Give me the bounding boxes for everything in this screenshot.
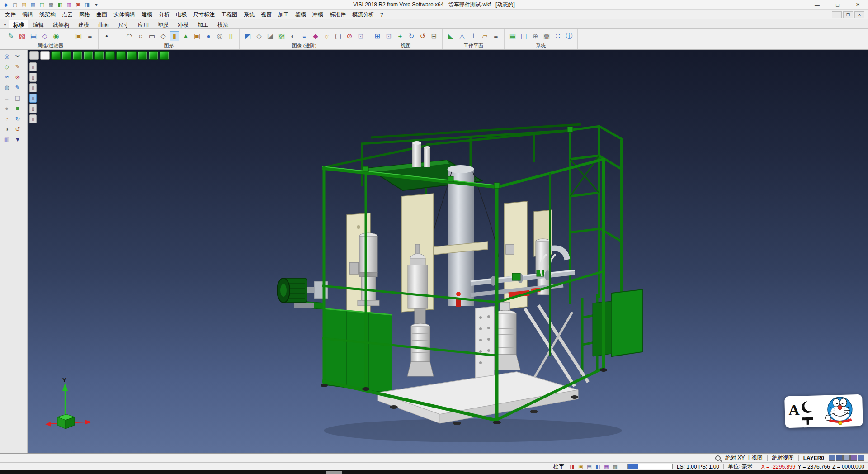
tab-dropdown-icon[interactable]: ▾ (1, 21, 9, 28)
menu-item[interactable]: 网格 (76, 10, 93, 19)
workplane-list-icon[interactable]: ≡ (491, 31, 501, 41)
units-readout[interactable]: 单位: 毫米 (728, 463, 753, 470)
display-mode-5-icon[interactable]: ▯ (29, 104, 37, 113)
menu-item[interactable]: ? (377, 11, 387, 19)
maximize-button[interactable]: □ (827, 0, 848, 9)
iso-grid-icon[interactable]: ▣ (577, 463, 585, 470)
light-icon[interactable]: ☼ (322, 31, 332, 41)
menu-item[interactable]: 文件 (2, 10, 19, 19)
hidden-line-icon[interactable]: ◪ (265, 31, 275, 41)
tab-mould[interactable]: 塑膜 (153, 20, 173, 28)
tube-icon[interactable]: ▯ (226, 31, 236, 41)
menu-item[interactable]: 电极 (173, 10, 190, 19)
snap-icon[interactable]: ∷ (553, 31, 563, 41)
sphere-icon[interactable]: ● (203, 31, 213, 41)
layers-icon[interactable]: ≡ (2, 93, 12, 103)
palette-icon[interactable]: ▦ (603, 463, 610, 470)
view-top-icon[interactable] (73, 51, 82, 60)
filter-type-icon[interactable]: ◇ (40, 31, 50, 41)
rotate-icon[interactable]: ↻ (13, 114, 23, 123)
minimize-button[interactable]: — (807, 0, 827, 9)
section-icon[interactable]: ⊘ (344, 31, 354, 41)
swatch-gray[interactable] (843, 455, 850, 461)
transparency-icon[interactable]: ◒ (299, 31, 309, 41)
tab-application[interactable]: 应用 (133, 20, 153, 28)
export-icon[interactable]: ▼ (13, 135, 23, 144)
monitor-icon[interactable]: ◨ (83, 1, 91, 9)
torus-icon[interactable]: ◎ (215, 31, 225, 41)
display-mode-4-icon[interactable]: ▯ (29, 94, 37, 103)
doc-minimize-button[interactable]: — (832, 11, 842, 18)
filter-layer-icon[interactable]: ▤ (28, 31, 38, 41)
workplane-normal-icon[interactable]: ⊥ (468, 31, 478, 41)
tab-die[interactable]: 冲模 (173, 20, 193, 28)
stats-icon[interactable]: ▥ (2, 135, 12, 144)
options-icon[interactable]: ⊕ (530, 31, 540, 41)
viewport-3d[interactable]: ≡ ▯▯▯▯▯▯ Y A (28, 50, 868, 453)
menu-item[interactable]: 编辑 (19, 10, 36, 19)
display-mode-2-icon[interactable]: ▯ (29, 73, 37, 82)
filter-point-icon[interactable]: ◉ (51, 31, 61, 41)
layer-indicator[interactable]: LAYER0 (803, 455, 824, 461)
solid-tool-icon[interactable]: ■ (13, 104, 23, 113)
support-braces[interactable] (525, 294, 597, 386)
move-icon[interactable]: ◇ (2, 62, 12, 71)
zoom-select-icon[interactable]: ◎ (2, 52, 12, 61)
attribute-color-icon[interactable]: ▧ (17, 31, 27, 41)
tab-wireframe[interactable]: 线架构 (48, 20, 74, 28)
camera-icon[interactable]: ▢ (333, 31, 343, 41)
doc-close-button[interactable]: ✕ (854, 11, 864, 18)
menu-item[interactable]: 模流分析 (349, 10, 377, 19)
view-axonometric-icon[interactable] (138, 51, 147, 60)
system-grid-icon[interactable]: ▩ (542, 31, 552, 41)
zoom-fit-icon[interactable]: ⊞ (373, 31, 382, 41)
chimney-cylinder[interactable] (448, 165, 475, 306)
capture-icon[interactable]: ▣ (74, 1, 82, 9)
save-icon[interactable]: ▦ (29, 1, 37, 9)
view-right-icon[interactable] (127, 51, 137, 60)
trim-icon[interactable]: ✂ (13, 52, 23, 61)
report-icon[interactable]: ▥ (65, 1, 73, 9)
tab-standard[interactable]: 标准 (9, 20, 28, 28)
gauge-icon[interactable]: ◑ (2, 124, 12, 134)
tab-edit[interactable]: 编辑 (28, 20, 48, 28)
tab-modeling[interactable]: 建模 (74, 20, 94, 28)
view-back-icon[interactable] (105, 51, 115, 60)
arc-icon[interactable]: ◠ (124, 31, 134, 41)
attribute-pen-icon[interactable]: ✎ (6, 31, 16, 41)
new-document-icon[interactable]: ▢ (11, 1, 19, 9)
view-iso-back-icon[interactable] (62, 51, 71, 60)
prefs-icon[interactable]: ▩ (611, 463, 619, 470)
circle-icon[interactable]: ○ (136, 31, 146, 41)
box-icon[interactable]: ▣ (192, 31, 202, 41)
menu-item[interactable]: 线架构 (36, 10, 59, 19)
menu-item[interactable]: 分析 (156, 10, 173, 19)
shade-icon[interactable]: ◍ (2, 83, 12, 92)
filter-all-icon[interactable]: ≡ (85, 31, 95, 41)
menu-item[interactable]: 视窗 (258, 10, 275, 19)
undo-icon[interactable]: ↺ (13, 124, 23, 134)
quick-access-dropdown-icon[interactable]: ▾ (92, 1, 100, 9)
workplane-view-icon[interactable]: ▱ (480, 31, 490, 41)
view-blank-icon[interactable] (40, 51, 50, 60)
menu-item[interactable]: 冲模 (309, 10, 326, 19)
view-left-icon[interactable] (116, 51, 126, 60)
edit-icon[interactable]: ✎ (13, 83, 23, 92)
open-icon[interactable]: ▤ (20, 1, 28, 9)
swatch-blue-1[interactable] (829, 455, 835, 461)
menu-item[interactable]: 塑模 (292, 10, 309, 19)
snapshot-icon[interactable]: ⊡ (356, 31, 366, 41)
tab-dimension[interactable]: 尺寸 (113, 20, 133, 28)
menu-item[interactable]: 标准件 (326, 10, 349, 19)
view-front-icon[interactable] (94, 51, 104, 60)
grid-icon[interactable]: ▩ (47, 1, 55, 9)
view-menu-icon[interactable]: ≡ (29, 51, 39, 60)
workplane-xy-icon[interactable]: ◣ (446, 31, 456, 41)
doc-restore-button[interactable]: ❐ (843, 11, 853, 18)
workplane-3pt-icon[interactable]: △ (457, 31, 467, 41)
menu-item[interactable]: 尺寸标注 (190, 10, 218, 19)
polyline-icon[interactable]: ◇ (158, 31, 168, 41)
sphere-tool-icon[interactable]: ● (2, 104, 12, 113)
machine-3d-model[interactable] (28, 50, 868, 453)
shaded-view-icon[interactable]: ◩ (243, 31, 253, 41)
